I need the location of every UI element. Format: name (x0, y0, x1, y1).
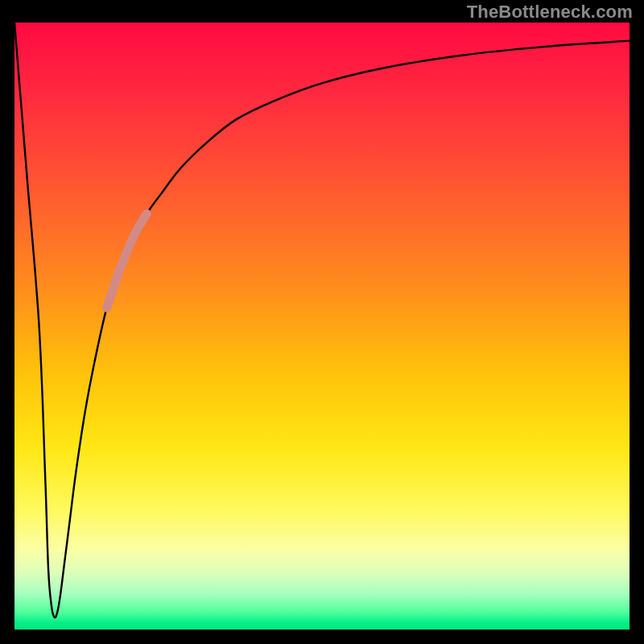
watermark-text: TheBottleneck.com (467, 2, 633, 23)
highlight-segment (107, 214, 147, 308)
bottleneck-curve (14, 23, 630, 617)
curve-layer (14, 23, 630, 630)
plot-area (14, 23, 630, 630)
chart-frame: TheBottleneck.com (0, 0, 644, 644)
